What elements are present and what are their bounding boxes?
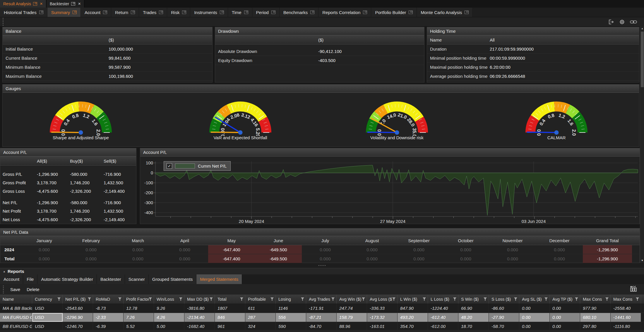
cell-win-loss[interactable]: 5.00: [154, 322, 184, 331]
filter-funnel-icon[interactable]: [88, 297, 91, 301]
filter-funnel-icon[interactable]: [210, 297, 213, 301]
cell-name[interactable]: BB EURUSD GL: [0, 322, 32, 331]
cell-currency[interactable]: USD: [32, 322, 63, 331]
cell-profit-factor[interactable]: 7.26: [124, 313, 154, 322]
cell-losing[interactable]: 590: [276, 322, 306, 331]
filter-funnel-icon[interactable]: [484, 297, 487, 301]
cell-max-cons[interactable]: -2558.40: [611, 304, 641, 313]
splitter-handle[interactable]: [0, 263, 644, 268]
toolbar-drag-handle[interactable]: [3, 18, 4, 26]
tab-risk[interactable]: Risk: [167, 8, 190, 17]
cell-profit-factor[interactable]: 5.52: [124, 322, 154, 331]
delete-button[interactable]: Delete: [27, 287, 39, 292]
cell-romad[interactable]: -8.73: [93, 304, 124, 313]
vertical-scrollbar[interactable]: ▲ ▼: [640, 26, 644, 263]
filter-funnel-icon[interactable]: [392, 297, 395, 301]
column-header-avg-loss[interactable]: Avg Loss ($): [367, 295, 398, 304]
reports-tab-merged-statements[interactable]: Merged Statements: [196, 274, 242, 284]
tab-period[interactable]: Period: [252, 8, 280, 17]
filter-funnel-icon[interactable]: [149, 297, 152, 301]
filter-funnel-icon[interactable]: [57, 297, 61, 301]
window-tab-backtester[interactable]: Backtester✕: [47, 0, 85, 8]
chart-legend[interactable]: ✓ Cumm Net P/L: [164, 161, 231, 171]
column-header-romad[interactable]: RoMaD: [93, 295, 124, 304]
cell-avg-loss[interactable]: -173.32: [367, 313, 398, 322]
column-header-avg-win[interactable]: Avg Win ($): [337, 295, 367, 304]
column-header-s-win[interactable]: S Win ($): [458, 295, 489, 304]
column-header-profitable[interactable]: Profitable: [245, 295, 276, 304]
cell-losing[interactable]: 556: [276, 313, 306, 322]
column-header-avg-sl[interactable]: Avg SL ($): [519, 295, 550, 304]
cell-avg-sl[interactable]: 0.00: [519, 313, 550, 322]
cell-currency[interactable]: USD: [32, 313, 63, 322]
settings-icon[interactable]: [619, 19, 625, 25]
cell-name[interactable]: MA EURUSD G: [0, 313, 32, 322]
filter-funnel-icon[interactable]: [301, 297, 304, 301]
column-header-losing[interactable]: Losing: [276, 295, 306, 304]
filter-funnel-icon[interactable]: [544, 297, 548, 301]
filter-funnel-icon[interactable]: [453, 297, 456, 301]
cell-max-dd[interactable]: -1682.40: [184, 322, 215, 331]
filter-funnel-icon[interactable]: [118, 297, 121, 301]
cell-max-cons[interactable]: -1116.80: [611, 322, 641, 331]
filter-funnel-icon[interactable]: [514, 297, 517, 301]
scroll-thumb[interactable]: [641, 32, 644, 87]
reports-tab-account[interactable]: Account: [0, 274, 23, 284]
cell-avg-trades[interactable]: -84.70: [306, 322, 337, 331]
reports-tab-file[interactable]: File: [23, 274, 37, 284]
cell-avg-loss[interactable]: -163.01: [367, 322, 398, 331]
column-header-max-cons[interactable]: Max Cons: [580, 295, 611, 304]
cell-l-win[interactable]: 493.20: [398, 313, 428, 322]
tab-trades[interactable]: Trades: [139, 8, 167, 17]
cell-max-cons[interactable]: 977.90: [580, 304, 611, 313]
cell-net-p-l[interactable]: -1246.70: [63, 322, 93, 331]
column-header-currency[interactable]: Currency: [32, 295, 63, 304]
filter-funnel-icon[interactable]: [636, 297, 639, 301]
tab-return[interactable]: Return: [111, 8, 139, 17]
scroll-down-arrow[interactable]: ▼: [640, 259, 644, 263]
table-row-ma-bb-backt[interactable]: MA & BB BacktUSD-2543.60-8.7312.789.26-3…: [0, 304, 644, 313]
cell-s-win[interactable]: 48.20: [458, 313, 489, 322]
tab-reports-correlation[interactable]: Reports Correlation: [318, 8, 371, 17]
cell-win-loss[interactable]: 9.26: [154, 304, 184, 313]
filter-funnel-icon[interactable]: [605, 297, 609, 301]
column-header-win-loss[interactable]: Win/Loss: [154, 295, 184, 304]
table-row-ma-eurusd-g[interactable]: MA EURUSD GUSD-1296.90-2.337.264.26-2134…: [0, 313, 644, 322]
cell-profitable[interactable]: 324: [245, 322, 276, 331]
tab-summary[interactable]: Summary: [47, 8, 81, 17]
filter-funnel-icon[interactable]: [270, 297, 274, 301]
cell-losing[interactable]: 1146: [276, 304, 306, 313]
cell-romad[interactable]: -2.33: [93, 313, 124, 322]
filter-funnel-icon[interactable]: [423, 297, 426, 301]
cell-avg-trades[interactable]: -171.91: [306, 304, 337, 313]
column-header-max-dd[interactable]: Max DD ($): [184, 295, 215, 304]
cell-l-loss[interactable]: -612.40: [428, 313, 458, 322]
filter-funnel-icon[interactable]: [362, 297, 365, 301]
cell-currency[interactable]: USD: [32, 304, 63, 313]
cell-avg-sl[interactable]: 0.00: [519, 304, 550, 313]
tab-instruments[interactable]: Instruments: [190, 8, 228, 17]
tab-account[interactable]: Account: [81, 8, 111, 17]
cell-avg-tp[interactable]: 0.00: [550, 304, 580, 313]
reports-toolbar-drag-handle[interactable]: [3, 285, 4, 293]
cell-s-win[interactable]: 66.90: [458, 304, 489, 313]
close-icon[interactable]: ✕: [40, 2, 43, 6]
column-header-profit-factor[interactable]: Profit Factor: [124, 295, 154, 304]
cell-net-p-l[interactable]: -2543.60: [63, 304, 93, 313]
cell-avg-win[interactable]: 88.96: [337, 322, 367, 331]
cell-total[interactable]: 1807: [215, 304, 245, 313]
cell-name[interactable]: MA & BB Backt: [0, 304, 32, 313]
cell-romad[interactable]: -6.39: [93, 322, 124, 331]
column-header-name[interactable]: Name: [0, 295, 32, 304]
filter-funnel-icon[interactable]: [240, 297, 243, 301]
cell-l-win[interactable]: 847.90: [398, 304, 428, 313]
reports-collapse-bar[interactable]: ▲ Reports: [0, 268, 644, 274]
cell-max-cons[interactable]: 297.80: [580, 322, 611, 331]
column-header-s-loss[interactable]: S Loss ($): [489, 295, 519, 304]
cell-net-p-l[interactable]: -1296.90: [63, 313, 93, 322]
column-header-total[interactable]: Total: [215, 295, 245, 304]
cell-s-loss[interactable]: -27.90: [489, 313, 519, 322]
save-button[interactable]: Save: [10, 287, 20, 292]
filter-funnel-icon[interactable]: [179, 297, 182, 301]
column-header-max-cons[interactable]: Max Cons: [611, 295, 641, 304]
